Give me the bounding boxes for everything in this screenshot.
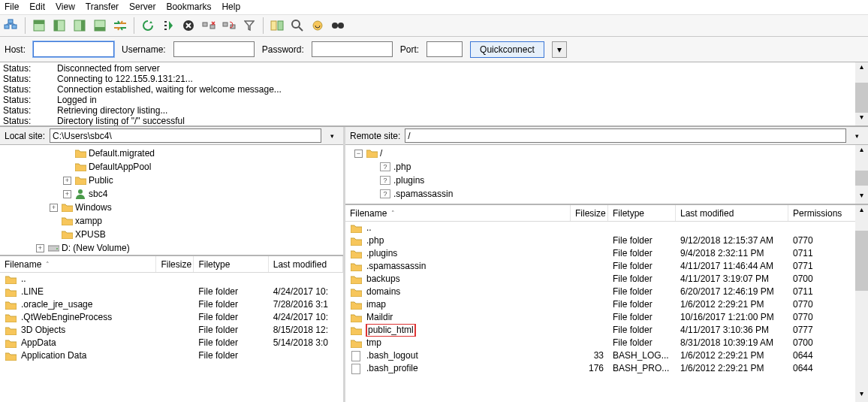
compare-icon[interactable]	[268, 17, 286, 35]
host-input[interactable]	[33, 41, 114, 57]
scroll-thumb[interactable]	[855, 83, 868, 113]
local-list-header[interactable]: Filename ˄FilesizeFiletypeLast modified	[0, 256, 343, 273]
quickconnect-dropdown[interactable]: ▾	[552, 41, 567, 58]
refresh-icon[interactable]	[139, 17, 157, 35]
list-row[interactable]: .bash_profile176BASH_PRO...1/6/2012 2:29…	[345, 362, 868, 375]
list-row[interactable]: .oracle_jre_usageFile folder7/28/2016 3:…	[0, 298, 343, 311]
list-row[interactable]: public_htmlFile folder4/11/2017 3:10:36 …	[345, 324, 868, 337]
tree-node-label: Public	[89, 174, 113, 187]
column-header[interactable]: Last modified	[676, 205, 788, 221]
column-header[interactable]: Filename ˄	[345, 205, 571, 221]
scroll-up-icon[interactable]: ▴	[855, 145, 868, 158]
scroll-down-icon[interactable]: ▾	[855, 389, 868, 402]
remote-site-path[interactable]	[405, 128, 846, 143]
menu-bookmarks[interactable]: Bookmarks	[166, 2, 211, 12]
tree-node[interactable]: ?.php	[347, 160, 866, 174]
filename-text: tmp	[366, 337, 381, 349]
column-header[interactable]: Last modified	[269, 256, 343, 272]
column-header[interactable]: Filetype	[608, 205, 676, 221]
quickconnect-button[interactable]: Quickconnect	[470, 41, 544, 58]
message-log[interactable]: Status:Disconnected from serverStatus:Co…	[0, 62, 868, 127]
list-row[interactable]: .pluginsFile folder9/4/2018 2:32:11 PM07…	[345, 247, 868, 260]
process-queue-icon[interactable]	[159, 17, 177, 35]
sync-browse-icon[interactable]	[111, 17, 129, 35]
tree-node[interactable]: ?.spamassassin	[347, 187, 866, 201]
toggle-queue-icon[interactable]	[91, 17, 109, 35]
menu-transfer[interactable]: Transfer	[86, 2, 119, 12]
tree-node[interactable]: +sbc4	[2, 187, 342, 201]
tree-expand-icon[interactable]: +	[36, 244, 44, 252]
site-manager-icon[interactable]	[2, 17, 20, 35]
tree-node[interactable]: ?.plugins	[347, 174, 866, 187]
remote-list-scrollbar[interactable]: ▴ ▾	[855, 205, 868, 402]
list-row[interactable]: .spamassassinFile folder4/11/2017 11:46:…	[345, 260, 868, 273]
remote-list-header[interactable]: Filename ˄FilesizeFiletypeLast modifiedP…	[345, 205, 868, 222]
list-row[interactable]: 3D ObjectsFile folder8/15/2018 12:	[0, 324, 343, 337]
local-site-path[interactable]	[50, 128, 321, 143]
disconnect-icon[interactable]	[200, 17, 218, 35]
remote-tree[interactable]: ▴ ▾ −/?.php?.plugins?.spamassassin	[345, 145, 868, 205]
scroll-up-icon[interactable]: ▴	[855, 62, 868, 75]
tree-expand-icon[interactable]: +	[63, 177, 71, 185]
username-input[interactable]	[173, 41, 255, 57]
tree-expand-icon[interactable]: +	[50, 204, 58, 212]
list-row[interactable]: backupsFile folder4/11/2017 3:19:07 PM07…	[345, 273, 868, 286]
tree-node[interactable]: +Windows	[2, 201, 342, 214]
list-row[interactable]: tmpFile folder8/31/2018 10:39:19 AM0700	[345, 337, 868, 349]
local-file-list[interactable]: Filename ˄FilesizeFiletypeLast modified …	[0, 256, 343, 402]
tree-expand-icon[interactable]: +	[63, 190, 71, 198]
menu-file[interactable]: File	[5, 2, 19, 12]
menu-server[interactable]: Server	[129, 2, 155, 12]
auto-icon[interactable]	[309, 17, 327, 35]
list-row[interactable]: MaildirFile folder10/16/2017 1:21:00 PM0…	[345, 311, 868, 324]
menu-edit[interactable]: Edit	[29, 2, 45, 12]
tree-node[interactable]: +Public	[2, 174, 342, 187]
list-row[interactable]: imapFile folder1/6/2012 2:29:21 PM0770	[345, 298, 868, 311]
column-header[interactable]: Filesize	[156, 256, 194, 272]
log-message: Disconnected from server	[57, 63, 160, 74]
password-input[interactable]	[312, 41, 393, 57]
list-row[interactable]: AppDataFile folder5/14/2018 3:0	[0, 337, 343, 349]
port-input[interactable]	[426, 41, 463, 57]
local-tree[interactable]: Default.migratedDefaultAppPool+Public+sb…	[0, 145, 343, 256]
tree-node[interactable]: −/	[347, 147, 866, 160]
remote-site-dropdown[interactable]: ▾	[851, 132, 863, 140]
column-header[interactable]: Filetype	[194, 256, 268, 272]
column-header[interactable]: Filesize	[571, 205, 608, 221]
scroll-up-icon[interactable]: ▴	[855, 205, 868, 218]
list-row[interactable]: ..	[345, 222, 868, 234]
scroll-thumb[interactable]	[855, 231, 868, 291]
list-row[interactable]: .bash_logout33BASH_LOG...1/6/2012 2:29:2…	[345, 349, 868, 362]
tree-node[interactable]: XPUSB	[2, 228, 342, 241]
list-row[interactable]: domainsFile folder6/20/2017 12:46:19 PM0…	[345, 286, 868, 298]
toggle-remote-tree-icon[interactable]	[71, 17, 89, 35]
list-row[interactable]: ..	[0, 273, 343, 286]
scroll-down-icon[interactable]: ▾	[855, 113, 868, 125]
log-scrollbar[interactable]: ▴ ▾	[855, 62, 868, 125]
toggle-log-icon[interactable]	[30, 17, 48, 35]
tree-node[interactable]: DefaultAppPool	[2, 160, 342, 174]
tree-node[interactable]: xampp	[2, 214, 342, 228]
menu-help[interactable]: Help	[222, 2, 240, 12]
list-row[interactable]: Application DataFile folder	[0, 349, 343, 362]
remote-file-list[interactable]: Filename ˄FilesizeFiletypeLast modifiedP…	[345, 205, 868, 402]
reconnect-icon[interactable]	[220, 17, 238, 35]
search-icon[interactable]	[288, 17, 306, 35]
list-row[interactable]: .phpFile folder9/12/2018 12:15:37 AM0770	[345, 234, 868, 247]
tree-node[interactable]: +D: (New Volume)	[2, 241, 342, 255]
tree-expand-icon[interactable]: −	[354, 150, 363, 158]
tree-node[interactable]: Default.migrated	[2, 147, 342, 160]
local-site-dropdown[interactable]: ▾	[326, 132, 339, 140]
cancel-icon[interactable]	[179, 17, 197, 35]
list-row[interactable]: .LINEFile folder4/24/2017 10:	[0, 286, 343, 298]
menu-view[interactable]: View	[56, 2, 75, 12]
filter-icon[interactable]	[240, 17, 258, 35]
toggle-local-tree-icon[interactable]	[50, 17, 68, 35]
scroll-down-icon[interactable]: ▾	[855, 191, 868, 204]
list-row[interactable]: .QtWebEngineProcessFile folder4/24/2017 …	[0, 311, 343, 324]
find-icon[interactable]	[329, 17, 347, 35]
scroll-thumb[interactable]	[855, 171, 868, 186]
remote-tree-scrollbar[interactable]: ▴ ▾	[855, 145, 868, 204]
column-header[interactable]: Permissions	[788, 205, 856, 221]
column-header[interactable]: Filename ˄	[0, 256, 156, 272]
